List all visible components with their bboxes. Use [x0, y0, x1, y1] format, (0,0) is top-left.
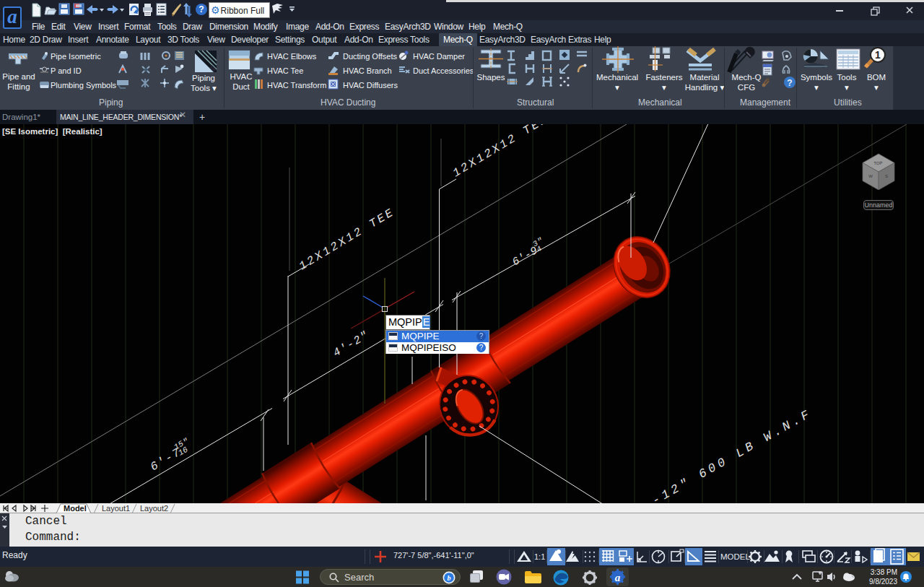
- svg-text:W: W: [868, 174, 873, 178]
- svg-text:Layout2: Layout2: [140, 504, 168, 513]
- svg-text:b: b: [448, 574, 451, 582]
- svg-text:1:1: 1:1: [534, 552, 545, 561]
- svg-text:4'-2": 4'-2": [331, 329, 371, 360]
- svg-text:1: 1: [875, 49, 881, 61]
- svg-text:TOP: TOP: [873, 161, 883, 166]
- svg-text:12X12X12 TEE: 12X12X12 TEE: [450, 124, 551, 180]
- svg-text:MODEL: MODEL: [720, 552, 751, 561]
- svg-text:-12" 600 LB W.N.F: -12" 600 LB W.N.F: [650, 406, 814, 503]
- svg-text:Layout1: Layout1: [102, 504, 130, 513]
- svg-text:12X12X12 TEE: 12X12X12 TEE: [297, 206, 397, 273]
- svg-text:?: ?: [199, 4, 204, 14]
- svg-text:Model: Model: [64, 504, 87, 513]
- svg-text:a: a: [615, 572, 621, 583]
- svg-text:S: S: [885, 174, 888, 178]
- svg-text:?: ?: [787, 78, 792, 88]
